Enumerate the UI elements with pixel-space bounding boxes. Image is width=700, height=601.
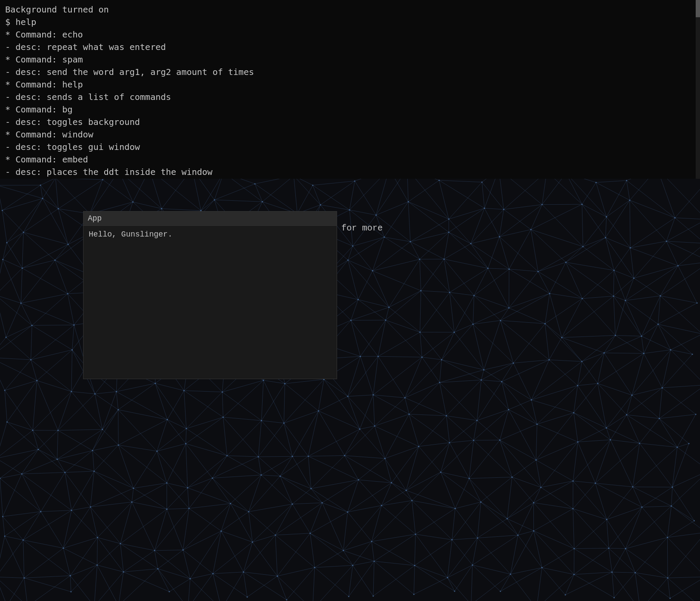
terminal[interactable]: Background turned on $ help * Command: e… (0, 0, 700, 179)
scrollbar-thumb[interactable] (696, 0, 700, 17)
scrollbar[interactable] (696, 0, 700, 179)
gui-title-bar: App (84, 212, 337, 226)
gui-content: Hello, Gunslinger. (84, 226, 337, 243)
for-more-text: for more (341, 223, 383, 233)
gui-window[interactable]: App Hello, Gunslinger. (83, 211, 337, 379)
terminal-output: Background turned on $ help * Command: e… (5, 3, 695, 179)
